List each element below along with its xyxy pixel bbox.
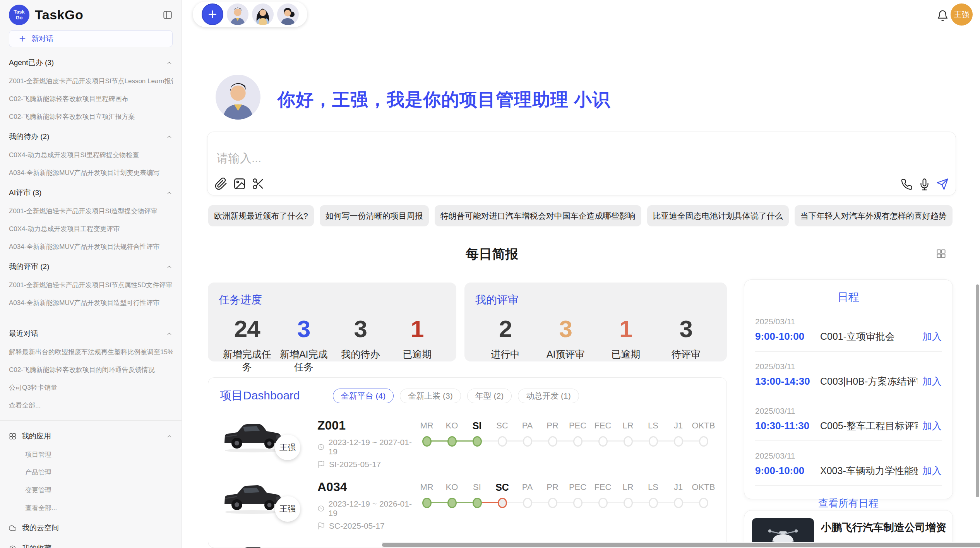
list-item[interactable]: Z001-全新燃油轻卡产品开发项目SI造型提交物评审 <box>9 207 173 216</box>
sidebar-item-cloud-space[interactable]: 我的云空间 <box>9 523 173 533</box>
layout-grid-icon[interactable] <box>936 248 946 259</box>
send-icon[interactable] <box>936 178 949 190</box>
milestone[interactable]: MR <box>414 420 439 447</box>
milestone[interactable]: FEC <box>590 481 615 508</box>
view-all-link[interactable]: 查看全部... <box>25 503 173 512</box>
add-agent-button[interactable] <box>202 3 223 25</box>
milestone[interactable]: OKTB <box>691 420 716 447</box>
milestone[interactable]: OKTB <box>691 481 716 508</box>
milestone[interactable]: PEC <box>565 420 590 447</box>
app-item-product-mgmt[interactable]: 产品管理 <box>25 468 173 477</box>
section-header-recent-chats[interactable]: 最近对话 <box>9 329 173 339</box>
section-header-agent-done[interactable]: Agent已办 (3) <box>9 58 173 68</box>
milestone-dot <box>473 436 482 447</box>
sidebar-collapse-icon[interactable] <box>163 10 173 20</box>
filter-tab[interactable]: 全新上装 (3) <box>400 389 461 403</box>
list-item[interactable]: C02-飞腾新能源轻客改款项目的闭环通告反馈情况 <box>9 365 173 374</box>
chevron-up-icon[interactable] <box>166 190 173 196</box>
sidebar-item-my-apps[interactable]: 我的应用 <box>9 431 173 441</box>
milestone-dot <box>624 436 633 447</box>
milestone[interactable]: MR <box>414 481 439 508</box>
section-header-my-todo[interactable]: 我的待办 (2) <box>9 132 173 142</box>
milestone[interactable]: SI <box>464 481 490 508</box>
microphone-icon[interactable] <box>918 178 930 190</box>
flag-date: SC-2025-05-17 <box>329 521 385 531</box>
milestone-label: SC <box>495 481 509 493</box>
image-icon[interactable] <box>233 177 246 190</box>
suggestion-chip[interactable]: 如何写一份清晰的项目周报 <box>320 205 429 226</box>
sidebar: Task Go TaskGo 新对话 Agent已办 (3) Z001-全新燃油… <box>0 0 182 548</box>
milestone[interactable]: J1 <box>666 481 691 508</box>
sidebar-item-favorites[interactable]: 我的收藏 <box>9 543 173 548</box>
chevron-up-icon[interactable] <box>166 264 173 270</box>
stat-value: 3 <box>656 315 716 342</box>
suggestion-chip[interactable]: 当下年轻人对汽车外观有怎样的喜好趋势 <box>795 205 953 226</box>
horizontal-scrollbar[interactable] <box>382 542 980 548</box>
section-header-ai-review[interactable]: AI评审 (3) <box>9 188 173 198</box>
milestone-current[interactable]: SI <box>464 420 490 447</box>
section-header-my-review[interactable]: 我的评审 (2) <box>9 262 173 272</box>
milestone[interactable]: PR <box>540 481 565 508</box>
phone-icon[interactable] <box>901 178 913 190</box>
filter-tab[interactable]: 年型 (2) <box>467 389 512 403</box>
list-item[interactable]: A034-全新新能源MUV产品开发项目法规符合性评审 <box>9 242 173 251</box>
list-item[interactable]: Z001-全新燃油轻卡产品开发项目SI节点属性5D文件评审 <box>9 281 173 289</box>
chevron-up-icon[interactable] <box>166 60 173 66</box>
milestone[interactable]: PA <box>515 420 540 447</box>
suggestion-chip[interactable]: 比亚迪全固态电池计划具体说了什么 <box>647 205 789 226</box>
view-all-schedule-link[interactable]: 查看所有日程 <box>744 497 953 510</box>
user-avatar[interactable]: 王强 <box>951 3 973 26</box>
milestone[interactable]: LS <box>641 481 666 508</box>
filter-tab[interactable]: 动总开发 (1) <box>518 389 579 403</box>
app-item-project-mgmt[interactable]: 项目管理 <box>25 450 173 459</box>
vertical-scrollbar-thumb[interactable] <box>976 284 979 497</box>
list-item[interactable]: A034-全新新能源MUV产品开发项目计划变更表编写 <box>9 168 173 177</box>
milestone[interactable]: KO <box>439 481 464 508</box>
avatar[interactable] <box>227 3 248 25</box>
milestone[interactable]: LR <box>615 420 641 447</box>
project-row[interactable]: 王强 Z001 2023-12-19 ~ 2027-01-19 SI-2025-… <box>208 417 726 469</box>
milestone-current-overdue[interactable]: SC <box>490 481 515 508</box>
milestone[interactable]: J1 <box>666 420 691 447</box>
chevron-up-icon[interactable] <box>166 134 173 140</box>
list-item[interactable]: 解释最新出台的欧盟报废车法规再生塑料比例被调至15%... <box>9 348 173 356</box>
milestone[interactable]: LS <box>641 420 666 447</box>
milestone[interactable]: LR <box>615 481 641 508</box>
avatar[interactable] <box>277 3 299 25</box>
join-link[interactable]: 加入 <box>922 375 942 388</box>
milestone[interactable]: KO <box>439 420 464 447</box>
list-item[interactable]: C02-飞腾新能源轻客改款项目里程碑画布 <box>9 94 173 103</box>
event-time: 13:00-14:30 <box>755 375 816 387</box>
filter-tab[interactable]: 全新平台 (4) <box>333 389 394 403</box>
horizontal-scrollbar-thumb[interactable] <box>382 543 980 547</box>
milestone[interactable]: PA <box>515 481 540 508</box>
list-item[interactable]: Z001-全新燃油皮卡产品开发项目SI节点Lesson Learn报告 <box>9 77 173 86</box>
list-item[interactable]: C0X4-动力总成开发项目SI里程碑提交物检查 <box>9 151 173 159</box>
list-item[interactable]: C02-飞腾新能源轻客改款项目立项汇报方案 <box>9 112 173 121</box>
list-item[interactable]: 公司Q3轻卡销量 <box>9 383 173 392</box>
list-item[interactable]: A034-全新新能源MUV产品开发项目造型可行性评审 <box>9 298 173 307</box>
join-link[interactable]: 加入 <box>922 330 942 343</box>
new-chat-button[interactable]: 新对话 <box>9 30 173 47</box>
attachment-icon[interactable] <box>214 177 228 190</box>
join-link[interactable]: 加入 <box>922 464 942 477</box>
chevron-up-icon[interactable] <box>166 433 173 440</box>
scissors-icon[interactable] <box>252 177 265 190</box>
milestone[interactable]: FEC <box>590 420 615 447</box>
suggestion-chip[interactable]: 特朗普可能对进口汽车增税会对中国车企造成哪些影响 <box>435 205 641 226</box>
milestone-label: MR <box>420 481 433 493</box>
chat-input[interactable] <box>216 151 682 165</box>
list-item[interactable]: C0X4-动力总成开发项目工程变更评审 <box>9 224 173 233</box>
view-all-link[interactable]: 查看全部... <box>9 401 173 410</box>
milestone[interactable]: PR <box>540 420 565 447</box>
milestone[interactable]: SC <box>490 420 515 447</box>
join-link[interactable]: 加入 <box>922 420 942 432</box>
milestone[interactable]: PEC <box>565 481 590 508</box>
suggestion-chip[interactable]: 欧洲新规最近颁布了什么? <box>208 205 314 226</box>
stat-label: 待评审 <box>656 348 716 361</box>
chevron-up-icon[interactable] <box>166 331 173 337</box>
project-row[interactable]: 王强 A034 2023-12-19 ~ 2026-01-19 SC-2025-… <box>208 478 726 531</box>
app-item-change-mgmt[interactable]: 变更管理 <box>25 486 173 495</box>
notification-bell-icon[interactable] <box>937 10 949 22</box>
avatar[interactable] <box>252 3 274 25</box>
